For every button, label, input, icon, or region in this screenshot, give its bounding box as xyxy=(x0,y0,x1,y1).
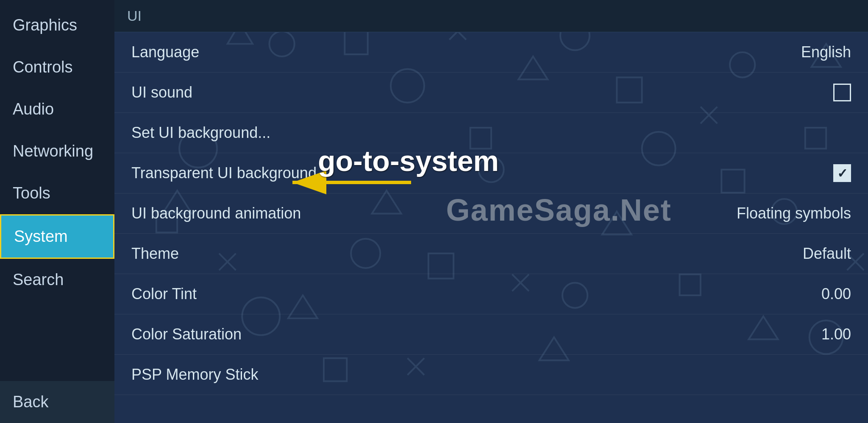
ui-sound-checkbox[interactable] xyxy=(833,84,851,101)
sidebar-item-system[interactable]: System xyxy=(0,214,114,259)
sidebar-item-tools[interactable]: Tools xyxy=(0,172,114,214)
language-label: Language xyxy=(131,43,199,61)
set-ui-background-label: Set UI background... xyxy=(131,124,270,142)
section-header: UI xyxy=(114,0,868,32)
color-tint-label: Color Tint xyxy=(131,285,197,303)
sidebar-item-back[interactable]: Back xyxy=(0,381,114,423)
language-value: English xyxy=(801,43,851,61)
ui-background-animation-value: Floating symbols xyxy=(737,204,851,222)
color-tint-value: 0.00 xyxy=(821,285,851,303)
theme-label: Theme xyxy=(131,245,179,263)
settings-row-set-ui-background[interactable]: Set UI background... xyxy=(114,113,868,153)
ui-background-animation-label: UI background animation xyxy=(131,204,301,222)
settings-row-color-saturation[interactable]: Color Saturation 1.00 xyxy=(114,314,868,355)
sidebar-item-audio[interactable]: Audio xyxy=(0,88,114,130)
transparent-ui-background-label: Transparent UI background xyxy=(131,164,317,182)
settings-row-transparent-ui-background[interactable]: Transparent UI background ✓ xyxy=(114,153,868,193)
psp-memory-stick-label: PSP Memory Stick xyxy=(131,366,258,384)
settings-row-color-tint[interactable]: Color Tint 0.00 xyxy=(114,274,868,314)
theme-value: Default xyxy=(803,245,851,263)
sidebar-item-graphics[interactable]: Graphics xyxy=(0,4,114,46)
sidebar-item-search[interactable]: Search xyxy=(0,259,114,301)
sidebar: Graphics Controls Audio Networking Tools… xyxy=(0,0,114,423)
color-saturation-value: 1.00 xyxy=(821,325,851,343)
main-content: UI Language English UI sound Set UI back… xyxy=(114,0,868,423)
settings-row-ui-sound[interactable]: UI sound xyxy=(114,73,868,113)
transparent-ui-background-checkbox[interactable]: ✓ xyxy=(833,164,851,182)
settings-row-ui-background-animation[interactable]: UI background animation Floating symbols xyxy=(114,193,868,234)
settings-list: Language English UI sound Set UI backgro… xyxy=(114,32,868,423)
settings-row-theme[interactable]: Theme Default xyxy=(114,234,868,274)
settings-row-psp-memory-stick[interactable]: PSP Memory Stick xyxy=(114,355,868,395)
sidebar-item-networking[interactable]: Networking xyxy=(0,130,114,172)
settings-row-language[interactable]: Language English xyxy=(114,32,868,73)
sidebar-item-controls[interactable]: Controls xyxy=(0,46,114,88)
ui-sound-label: UI sound xyxy=(131,84,192,101)
color-saturation-label: Color Saturation xyxy=(131,325,242,343)
